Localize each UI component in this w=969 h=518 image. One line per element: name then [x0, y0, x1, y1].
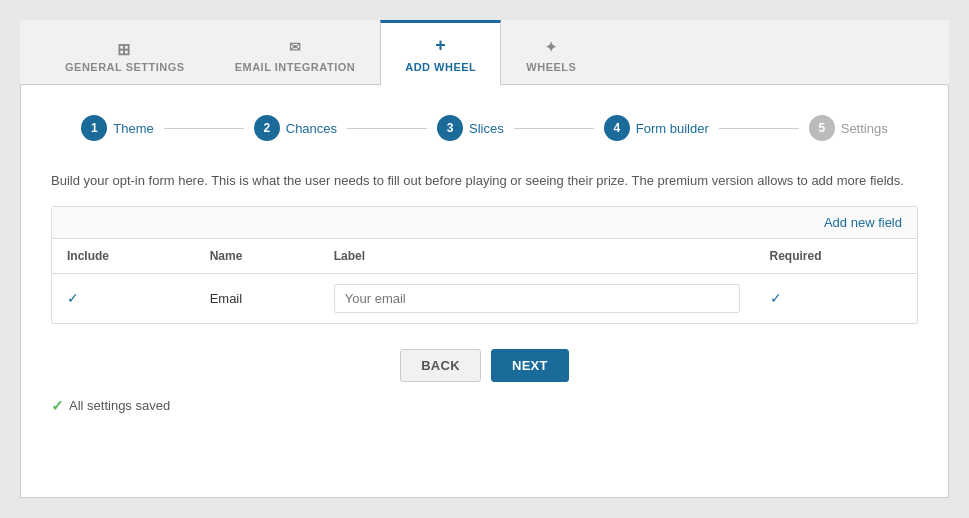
col-label: Label	[319, 239, 755, 274]
step-5-label: Settings	[841, 121, 888, 136]
add-new-field-link[interactable]: Add new field	[824, 215, 902, 230]
step-3-circle: 3	[437, 115, 463, 141]
connector-3-4	[514, 128, 594, 129]
plus-icon	[435, 35, 446, 56]
connector-4-5	[719, 128, 799, 129]
step-4-label: Form builder	[636, 121, 709, 136]
tab-add-wheel-label: ADD WHEEL	[405, 61, 476, 73]
actions-row: BACK NEXT	[51, 349, 918, 382]
tab-general-settings[interactable]: GENERAL SETTINGS	[40, 27, 210, 85]
email-icon	[289, 38, 302, 56]
step-theme: 1 Theme	[81, 115, 153, 141]
save-check-icon: ✓	[51, 397, 64, 415]
label-input[interactable]	[334, 284, 740, 313]
step-2-circle: 2	[254, 115, 280, 141]
step-1-label: Theme	[113, 121, 153, 136]
description-text: Build your opt-in form here. This is wha…	[51, 171, 918, 191]
step-chances: 2 Chances	[254, 115, 337, 141]
col-include: Include	[52, 239, 195, 274]
row-name: Email	[195, 273, 319, 323]
grid-icon	[117, 40, 133, 56]
tab-email-integration[interactable]: EMAIL INTEGRATION	[210, 25, 381, 85]
form-builder-area: Add new field Include Name Label Require…	[51, 206, 918, 324]
connector-2-3	[347, 128, 427, 129]
add-new-field-bar: Add new field	[52, 207, 917, 239]
tab-email-integration-label: EMAIL INTEGRATION	[235, 61, 356, 73]
field-table: Include Name Label Required ✓ Email	[52, 239, 917, 323]
step-settings: 5 Settings	[809, 115, 888, 141]
step-4-circle: 4	[604, 115, 630, 141]
table-row: ✓ Email ✓	[52, 273, 917, 323]
save-status: ✓ All settings saved	[51, 397, 918, 415]
connector-1-2	[164, 128, 244, 129]
tab-wheels[interactable]: WHEELS	[501, 25, 601, 85]
col-required: Required	[755, 239, 917, 274]
step-form-builder: 4 Form builder	[604, 115, 709, 141]
step-slices: 3 Slices	[437, 115, 504, 141]
tab-bar: GENERAL SETTINGS EMAIL INTEGRATION ADD W…	[20, 20, 949, 85]
col-name: Name	[195, 239, 319, 274]
next-button[interactable]: NEXT	[491, 349, 569, 382]
wheel-icon	[545, 38, 558, 56]
row-include: ✓	[52, 273, 195, 323]
table-header-row: Include Name Label Required	[52, 239, 917, 274]
step-2-label: Chances	[286, 121, 337, 136]
required-check-icon: ✓	[770, 290, 782, 306]
tab-add-wheel[interactable]: ADD WHEEL	[380, 20, 501, 85]
row-label-cell	[319, 273, 755, 323]
tab-wheels-label: WHEELS	[526, 61, 576, 73]
tab-general-settings-label: GENERAL SETTINGS	[65, 61, 185, 73]
save-status-text: All settings saved	[69, 398, 170, 413]
step-3-label: Slices	[469, 121, 504, 136]
back-button[interactable]: BACK	[400, 349, 481, 382]
main-content: 1 Theme 2 Chances 3 Slices 4 Form builde…	[20, 85, 949, 498]
steps-row: 1 Theme 2 Chances 3 Slices 4 Form builde…	[51, 115, 918, 141]
step-5-circle: 5	[809, 115, 835, 141]
row-required: ✓	[755, 273, 917, 323]
step-1-circle: 1	[81, 115, 107, 141]
include-check-icon: ✓	[67, 290, 79, 306]
